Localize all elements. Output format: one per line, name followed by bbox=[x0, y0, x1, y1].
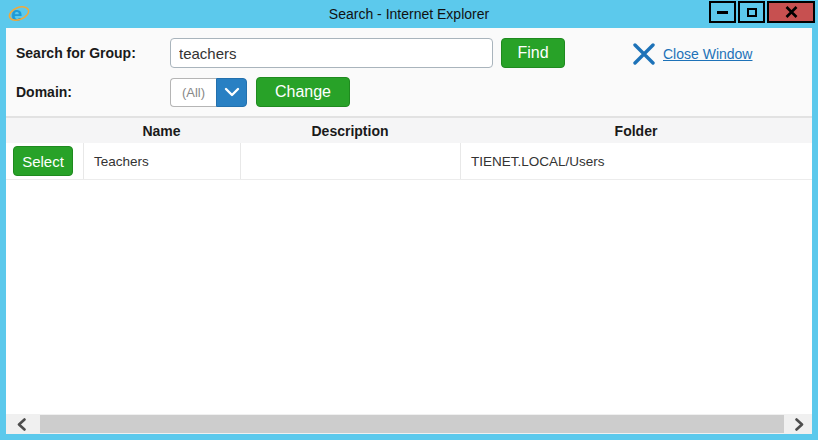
ie-popup-window: e Search - Internet Explorer Search for bbox=[0, 0, 818, 440]
header-folder: Folder bbox=[460, 123, 812, 139]
empty-results-area bbox=[6, 180, 812, 414]
row-folder-cell: TIENET.LOCAL/Users bbox=[460, 143, 812, 179]
row-action-cell: Select bbox=[6, 143, 83, 179]
domain-dropdown-button[interactable] bbox=[216, 78, 247, 107]
maximize-icon bbox=[747, 8, 757, 17]
search-label: Search for Group: bbox=[16, 45, 170, 61]
row-name-cell: Teachers bbox=[83, 143, 240, 179]
change-button[interactable]: Change bbox=[256, 77, 350, 107]
header-description: Description bbox=[240, 123, 460, 139]
domain-selected-value[interactable]: (All) bbox=[170, 78, 216, 107]
results-table-header: Name Description Folder bbox=[6, 118, 812, 143]
chevron-down-icon bbox=[224, 87, 240, 97]
chevron-left-icon bbox=[17, 418, 26, 431]
close-window-link[interactable]: Close Window bbox=[632, 39, 752, 69]
find-button[interactable]: Find bbox=[501, 38, 565, 68]
table-row: Select Teachers TIENET.LOCAL/Users bbox=[6, 143, 812, 180]
scroll-left-button[interactable] bbox=[10, 414, 32, 434]
titlebar: e Search - Internet Explorer bbox=[0, 0, 818, 28]
domain-label: Domain: bbox=[16, 84, 170, 100]
scrollbar-thumb[interactable] bbox=[40, 415, 784, 433]
horizontal-scrollbar[interactable] bbox=[6, 414, 812, 434]
domain-row: Domain: (All) Change bbox=[16, 77, 812, 107]
chevron-right-icon bbox=[795, 418, 804, 431]
minimize-button[interactable] bbox=[709, 1, 736, 23]
window-title: Search - Internet Explorer bbox=[0, 0, 818, 28]
header-name: Name bbox=[83, 123, 240, 139]
window-content: Search for Group: Find Domain: (All) Cha… bbox=[6, 28, 812, 434]
close-icon bbox=[785, 6, 798, 18]
close-button[interactable] bbox=[767, 1, 815, 23]
maximize-button[interactable] bbox=[738, 1, 765, 23]
row-description-cell bbox=[240, 143, 460, 179]
caption-buttons bbox=[707, 1, 815, 23]
search-form-panel: Search for Group: Find Domain: (All) Cha… bbox=[6, 28, 812, 116]
close-window-label: Close Window bbox=[663, 46, 752, 62]
close-x-icon[interactable] bbox=[632, 43, 656, 65]
search-input[interactable] bbox=[170, 38, 493, 68]
minimize-icon bbox=[717, 11, 728, 14]
domain-dropdown[interactable]: (All) bbox=[170, 78, 247, 107]
scroll-right-button[interactable] bbox=[788, 414, 810, 434]
select-button[interactable]: Select bbox=[13, 146, 73, 176]
